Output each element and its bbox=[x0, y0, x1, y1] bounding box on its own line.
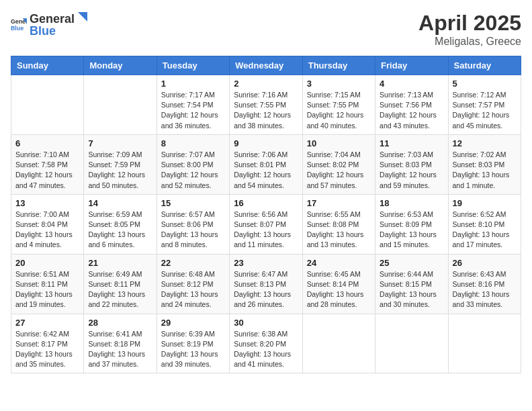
day-number: 14 bbox=[88, 198, 152, 208]
day-info: Sunrise: 7:12 AM Sunset: 7:57 PM Dayligh… bbox=[453, 90, 517, 131]
calendar-cell: 22Sunrise: 6:48 AM Sunset: 8:12 PM Dayli… bbox=[157, 254, 229, 314]
day-number: 29 bbox=[161, 318, 225, 328]
calendar-cell: 1Sunrise: 7:17 AM Sunset: 7:54 PM Daylig… bbox=[157, 75, 229, 135]
day-number: 16 bbox=[234, 198, 298, 208]
day-number: 1 bbox=[161, 79, 225, 89]
logo: General Blue General Blue bbox=[11, 11, 88, 37]
day-info: Sunrise: 6:52 AM Sunset: 8:10 PM Dayligh… bbox=[453, 210, 517, 250]
day-info: Sunrise: 6:41 AM Sunset: 8:18 PM Dayligh… bbox=[88, 329, 152, 370]
day-number: 20 bbox=[15, 258, 79, 268]
calendar-cell: 30Sunrise: 6:38 AM Sunset: 8:20 PM Dayli… bbox=[230, 314, 302, 373]
day-number: 27 bbox=[15, 318, 79, 328]
day-number: 19 bbox=[453, 198, 517, 208]
calendar-cell: 8Sunrise: 7:07 AM Sunset: 8:00 PM Daylig… bbox=[157, 134, 229, 194]
day-number: 7 bbox=[88, 138, 152, 148]
day-number: 18 bbox=[380, 198, 443, 208]
day-number: 12 bbox=[453, 138, 517, 148]
calendar-cell: 17Sunrise: 6:55 AM Sunset: 8:08 PM Dayli… bbox=[302, 194, 375, 254]
day-info: Sunrise: 7:03 AM Sunset: 8:03 PM Dayligh… bbox=[380, 150, 443, 191]
location-title: Meligalas, Greece bbox=[418, 36, 521, 48]
day-number: 9 bbox=[234, 138, 298, 148]
svg-marker-3 bbox=[78, 12, 87, 21]
day-info: Sunrise: 7:17 AM Sunset: 7:54 PM Dayligh… bbox=[161, 90, 225, 131]
calendar-cell: 24Sunrise: 6:45 AM Sunset: 8:14 PM Dayli… bbox=[302, 254, 375, 314]
day-info: Sunrise: 6:38 AM Sunset: 8:20 PM Dayligh… bbox=[234, 329, 298, 370]
calendar-cell: 6Sunrise: 7:10 AM Sunset: 7:58 PM Daylig… bbox=[11, 134, 84, 194]
day-info: Sunrise: 6:44 AM Sunset: 8:15 PM Dayligh… bbox=[380, 269, 443, 310]
day-info: Sunrise: 6:45 AM Sunset: 8:14 PM Dayligh… bbox=[307, 269, 371, 310]
calendar-cell: 5Sunrise: 7:12 AM Sunset: 7:57 PM Daylig… bbox=[448, 75, 521, 135]
calendar-week-row: 13Sunrise: 7:00 AM Sunset: 8:04 PM Dayli… bbox=[11, 194, 521, 254]
day-info: Sunrise: 7:10 AM Sunset: 7:58 PM Dayligh… bbox=[15, 150, 79, 191]
day-info: Sunrise: 7:13 AM Sunset: 7:56 PM Dayligh… bbox=[380, 90, 443, 131]
day-info: Sunrise: 6:53 AM Sunset: 8:09 PM Dayligh… bbox=[380, 210, 443, 250]
calendar-cell bbox=[84, 75, 157, 135]
calendar-cell: 29Sunrise: 6:39 AM Sunset: 8:19 PM Dayli… bbox=[157, 314, 229, 373]
day-number: 10 bbox=[307, 138, 371, 148]
calendar-header-tuesday: Tuesday bbox=[157, 56, 229, 75]
logo-blue-text: Blue bbox=[30, 25, 88, 37]
day-number: 15 bbox=[161, 198, 225, 208]
day-number: 17 bbox=[307, 198, 371, 208]
day-number: 24 bbox=[307, 258, 371, 268]
day-number: 11 bbox=[380, 138, 443, 148]
calendar-cell: 2Sunrise: 7:16 AM Sunset: 7:55 PM Daylig… bbox=[230, 75, 302, 135]
day-info: Sunrise: 7:16 AM Sunset: 7:55 PM Dayligh… bbox=[234, 90, 298, 131]
calendar-cell bbox=[302, 314, 375, 373]
day-number: 28 bbox=[88, 318, 152, 328]
day-number: 6 bbox=[15, 138, 79, 148]
day-number: 30 bbox=[234, 318, 298, 328]
calendar-header-thursday: Thursday bbox=[302, 56, 375, 75]
day-number: 13 bbox=[15, 198, 79, 208]
calendar-cell: 18Sunrise: 6:53 AM Sunset: 8:09 PM Dayli… bbox=[375, 194, 448, 254]
month-title: April 2025 bbox=[418, 11, 521, 36]
calendar-header-saturday: Saturday bbox=[448, 56, 521, 75]
logo-general-text: General bbox=[30, 13, 75, 25]
calendar-cell: 7Sunrise: 7:09 AM Sunset: 7:59 PM Daylig… bbox=[84, 134, 157, 194]
calendar-cell: 27Sunrise: 6:42 AM Sunset: 8:17 PM Dayli… bbox=[11, 314, 84, 373]
day-number: 21 bbox=[88, 258, 152, 268]
logo-icon: General Blue bbox=[11, 16, 27, 32]
day-info: Sunrise: 6:47 AM Sunset: 8:13 PM Dayligh… bbox=[234, 269, 298, 310]
calendar-cell bbox=[375, 314, 448, 373]
day-number: 3 bbox=[307, 79, 371, 89]
day-number: 26 bbox=[453, 258, 517, 268]
day-info: Sunrise: 7:15 AM Sunset: 7:55 PM Dayligh… bbox=[307, 90, 371, 131]
day-info: Sunrise: 6:51 AM Sunset: 8:11 PM Dayligh… bbox=[15, 269, 79, 310]
day-number: 23 bbox=[234, 258, 298, 268]
calendar-cell: 9Sunrise: 7:06 AM Sunset: 8:01 PM Daylig… bbox=[230, 134, 302, 194]
day-number: 2 bbox=[234, 79, 298, 89]
day-number: 22 bbox=[161, 258, 225, 268]
day-info: Sunrise: 7:00 AM Sunset: 8:04 PM Dayligh… bbox=[15, 210, 79, 250]
svg-text:Blue: Blue bbox=[11, 24, 24, 31]
day-info: Sunrise: 6:56 AM Sunset: 8:07 PM Dayligh… bbox=[234, 210, 298, 250]
calendar-week-row: 1Sunrise: 7:17 AM Sunset: 7:54 PM Daylig… bbox=[11, 75, 521, 135]
day-info: Sunrise: 7:06 AM Sunset: 8:01 PM Dayligh… bbox=[234, 150, 298, 191]
calendar-cell: 11Sunrise: 7:03 AM Sunset: 8:03 PM Dayli… bbox=[375, 134, 448, 194]
day-number: 4 bbox=[380, 79, 443, 89]
calendar-cell: 4Sunrise: 7:13 AM Sunset: 7:56 PM Daylig… bbox=[375, 75, 448, 135]
day-info: Sunrise: 6:42 AM Sunset: 8:17 PM Dayligh… bbox=[15, 329, 79, 370]
calendar-header-row: SundayMondayTuesdayWednesdayThursdayFrid… bbox=[11, 56, 521, 75]
calendar-cell: 23Sunrise: 6:47 AM Sunset: 8:13 PM Dayli… bbox=[230, 254, 302, 314]
day-number: 25 bbox=[380, 258, 443, 268]
calendar-cell bbox=[11, 75, 84, 135]
day-info: Sunrise: 7:07 AM Sunset: 8:00 PM Dayligh… bbox=[161, 150, 225, 191]
calendar-week-row: 6Sunrise: 7:10 AM Sunset: 7:58 PM Daylig… bbox=[11, 134, 521, 194]
calendar-cell: 19Sunrise: 6:52 AM Sunset: 8:10 PM Dayli… bbox=[448, 194, 521, 254]
day-number: 5 bbox=[453, 79, 517, 89]
day-info: Sunrise: 7:02 AM Sunset: 8:03 PM Dayligh… bbox=[453, 150, 517, 191]
calendar-cell: 3Sunrise: 7:15 AM Sunset: 7:55 PM Daylig… bbox=[302, 75, 375, 135]
header: General Blue General Blue April 2025 Mel… bbox=[11, 11, 521, 48]
day-info: Sunrise: 6:59 AM Sunset: 8:05 PM Dayligh… bbox=[88, 210, 152, 250]
day-info: Sunrise: 6:57 AM Sunset: 8:06 PM Dayligh… bbox=[161, 210, 225, 250]
day-info: Sunrise: 6:39 AM Sunset: 8:19 PM Dayligh… bbox=[161, 329, 225, 370]
calendar-header-monday: Monday bbox=[84, 56, 157, 75]
calendar-header-sunday: Sunday bbox=[11, 56, 84, 75]
calendar-cell bbox=[448, 314, 521, 373]
calendar-cell: 12Sunrise: 7:02 AM Sunset: 8:03 PM Dayli… bbox=[448, 134, 521, 194]
calendar: SundayMondayTuesdayWednesdayThursdayFrid… bbox=[11, 56, 521, 373]
day-info: Sunrise: 6:43 AM Sunset: 8:16 PM Dayligh… bbox=[453, 269, 517, 310]
calendar-cell: 25Sunrise: 6:44 AM Sunset: 8:15 PM Dayli… bbox=[375, 254, 448, 314]
day-number: 8 bbox=[161, 138, 225, 148]
